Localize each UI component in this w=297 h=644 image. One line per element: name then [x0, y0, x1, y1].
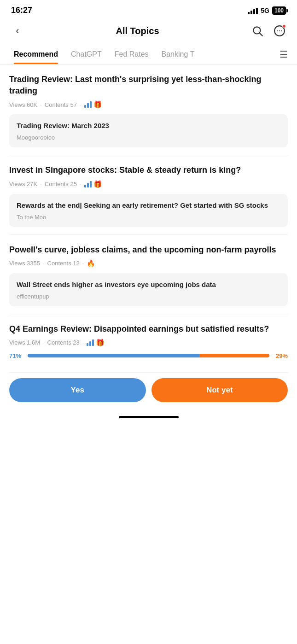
contents-label-1: Contents 57 [45, 101, 77, 108]
topic-card-1[interactable]: Trading Review: Last month's surprising … [9, 64, 288, 155]
preview-card-2[interactable]: Rewards at the end| Seeking an early ret… [9, 194, 288, 227]
meta-icons-1: 🎁 [84, 100, 102, 109]
chart-icon-2 [84, 181, 92, 187]
5g-label: 5G [261, 7, 269, 14]
views-label-2: Views 27K [9, 181, 37, 187]
meta-icons-3: 🔥 [87, 259, 95, 268]
chart-icon-4 [87, 340, 94, 346]
tabs-list: Recommend ChatGPT Fed Rates Banking T [7, 45, 278, 64]
tab-chatgpt[interactable]: ChatGPT [64, 45, 108, 64]
preview-card-1[interactable]: Trading Review: March 2023 Moogoorooloo [9, 114, 288, 147]
search-icon [251, 25, 263, 37]
preview-title-1: Trading Review: March 2023 [17, 121, 280, 130]
status-icons: 5G 100 [248, 6, 286, 15]
progress-section-4: 71% 29% [9, 352, 288, 359]
views-label-3: Views 3355 [9, 260, 40, 267]
main-content: Trading Review: Last month's surprising … [0, 64, 297, 373]
meta-dot-4: · [43, 339, 45, 346]
topic-meta-1: Views 60K · Contents 57 · 🎁 [9, 100, 288, 109]
views-label-1: Views 60K [9, 101, 37, 108]
not-yet-button[interactable]: Not yet [151, 378, 288, 402]
tabs-bar: Recommend ChatGPT Fed Rates Banking T ☰ [0, 45, 297, 64]
topic-card-2[interactable]: Invest in Singapore stocks: Stable & ste… [9, 155, 288, 234]
page-title: All Topics [116, 26, 159, 36]
contents-label-2: Contents 25 [45, 181, 77, 187]
contents-label-3: Contents 12 [47, 260, 80, 267]
contents-label-4: Contents 23 [47, 339, 80, 346]
topic-card-3[interactable]: Powell's curve, jobless claims, and the … [9, 235, 288, 314]
preview-title-3: Wall Street ends higher as investors eye… [17, 280, 280, 289]
search-button[interactable] [249, 23, 266, 39]
views-label-4: Views 1.6M [9, 339, 40, 346]
meta-icons-4: 🎁 [87, 339, 105, 347]
signal-bars-icon [248, 7, 258, 14]
progress-yes-label: 71% [9, 352, 24, 359]
gift-icon-4: 🎁 [96, 339, 105, 347]
meta-dot-1: · [40, 101, 42, 108]
tabs-more-button[interactable]: ☰ [278, 45, 290, 64]
tab-banking[interactable]: Banking T [155, 45, 201, 64]
topic-meta-3: Views 3355 · Contents 12 · 🔥 [9, 259, 288, 268]
back-chevron-icon: ‹ [16, 25, 19, 37]
home-bar [119, 416, 179, 418]
gift-icon-1: 🎁 [93, 100, 102, 109]
meta-dot-1b: · [80, 101, 82, 108]
topic-title-4: Q4 Earnings Review: Disappointed earning… [9, 323, 288, 335]
topic-meta-4: Views 1.6M · Contents 23 · 🎁 [9, 339, 288, 347]
meta-dot-3b: · [82, 260, 84, 267]
svg-line-1 [260, 33, 262, 36]
topic-title-3: Powell's curve, jobless claims, and the … [9, 244, 288, 256]
preview-author-3: efficentupup [17, 293, 280, 300]
meta-icons-2: 🎁 [84, 180, 102, 188]
progress-fill-no [199, 354, 269, 357]
battery-icon: 100 [272, 6, 286, 15]
notification-dot [282, 24, 286, 28]
preview-card-3[interactable]: Wall Street ends higher as investors eye… [9, 273, 288, 306]
header: ‹ All Topics [0, 19, 297, 45]
fire-icon-3: 🔥 [87, 259, 95, 268]
yes-button[interactable]: Yes [9, 378, 146, 402]
home-indicator [0, 411, 297, 421]
progress-fill-yes [28, 354, 199, 357]
chart-icon-1 [84, 101, 92, 108]
status-time: 16:27 [11, 6, 32, 15]
bottom-buttons: Yes Not yet [0, 373, 297, 411]
meta-dot-2b: · [80, 181, 82, 187]
progress-bar-4: 71% 29% [9, 352, 288, 359]
header-action-icons [249, 23, 288, 39]
messages-button[interactable] [271, 23, 288, 39]
progress-no-label: 29% [273, 352, 288, 359]
topic-title-2: Invest in Singapore stocks: Stable & ste… [9, 164, 288, 176]
topic-title-1: Trading Review: Last month's surprising … [9, 74, 288, 97]
preview-title-2: Rewards at the end| Seeking an early ret… [17, 200, 280, 210]
preview-author-2: To the Moo [17, 214, 280, 221]
back-button[interactable]: ‹ [9, 23, 26, 39]
meta-dot-4b: · [82, 339, 84, 346]
tab-recommend[interactable]: Recommend [7, 45, 64, 64]
preview-author-1: Moogoorooloo [17, 134, 280, 141]
meta-dot-2: · [40, 181, 42, 187]
topic-card-4[interactable]: Q4 Earnings Review: Disappointed earning… [9, 314, 288, 373]
gift-icon-2: 🎁 [93, 180, 102, 188]
progress-track [28, 354, 269, 357]
meta-dot-3: · [43, 260, 45, 267]
status-bar: 16:27 5G 100 [0, 0, 297, 19]
topic-meta-2: Views 27K · Contents 25 · 🎁 [9, 180, 288, 188]
tab-fed-rates[interactable]: Fed Rates [108, 45, 155, 64]
